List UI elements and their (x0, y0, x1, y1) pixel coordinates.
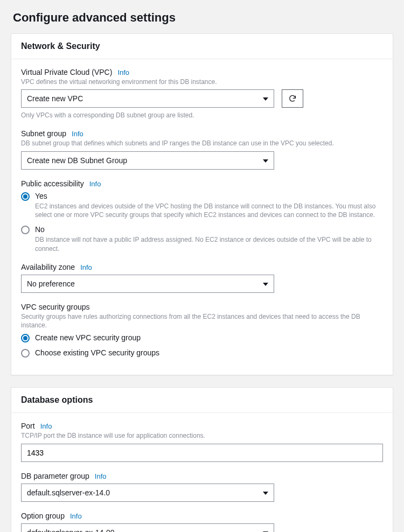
sg-choose-radio[interactable]: Choose existing VPC security groups (21, 348, 383, 358)
az-field: Availability zone Info No preference (21, 263, 383, 293)
vpc-select-value: Create new VPC (27, 94, 83, 103)
sg-create-radio[interactable]: Create new VPC security group (21, 333, 383, 342)
public-yes-desc: EC2 instances and devices outside of the… (35, 202, 383, 219)
sg-create-label: Create new VPC security group (35, 333, 383, 342)
option-select[interactable]: default:sqlserver-ex-14-00 (21, 523, 274, 532)
subnet-desc: DB subnet group that defines which subne… (21, 139, 383, 148)
sg-choose-label: Choose existing VPC security groups (35, 348, 383, 358)
public-info-link[interactable]: Info (89, 180, 101, 188)
subnet-info-link[interactable]: Info (72, 130, 83, 138)
sg-label: VPC security groups (21, 303, 90, 311)
subnet-select-value: Create new DB Subnet Group (27, 156, 127, 165)
param-label: DB parameter group (21, 472, 89, 480)
port-desc: TCP/IP port the DB instance will use for… (21, 431, 383, 440)
db-panel-header: Database options (11, 388, 393, 413)
radio-icon (21, 226, 30, 234)
port-field: Port Info TCP/IP port the DB instance wi… (21, 422, 383, 461)
port-input[interactable] (21, 444, 383, 462)
sg-desc: Security groups have rules authorizing c… (21, 312, 383, 330)
radio-icon (21, 334, 30, 342)
sg-field: VPC security groups Security groups have… (21, 303, 383, 358)
option-group-field: Option group Info default:sqlserver-ex-1… (21, 512, 383, 532)
param-info-link[interactable]: Info (95, 472, 107, 480)
page-title: Configure advanced settings (13, 11, 393, 25)
network-panel-header: Network & Security (11, 34, 393, 59)
az-label: Availability zone (21, 263, 75, 271)
public-no-radio[interactable]: No DB instance will not have a public IP… (21, 225, 383, 253)
param-group-field: DB parameter group Info default.sqlserve… (21, 472, 383, 502)
subnet-select[interactable]: Create new DB Subnet Group (21, 151, 274, 170)
port-info-link[interactable]: Info (40, 422, 52, 430)
param-select[interactable]: default.sqlserver-ex-14.0 (21, 484, 274, 502)
public-label: Public accessibility (21, 179, 84, 188)
vpc-hint: Only VPCs with a corresponding DB subnet… (21, 111, 383, 120)
az-info-link[interactable]: Info (80, 263, 92, 271)
option-select-value: default:sqlserver-ex-14-00 (27, 528, 115, 532)
refresh-icon (288, 94, 297, 103)
option-info-link[interactable]: Info (70, 512, 82, 520)
database-options-panel: Database options Port Info TCP/IP port t… (11, 387, 393, 532)
option-label: Option group (21, 512, 65, 520)
param-select-value: default.sqlserver-ex-14.0 (27, 488, 110, 497)
public-no-label: No (35, 225, 383, 234)
az-select[interactable]: No preference (21, 275, 274, 293)
public-no-desc: DB instance will not have a public IP ad… (35, 235, 383, 253)
vpc-field: Virtual Private Cloud (VPC) Info VPC def… (21, 68, 383, 120)
radio-icon (21, 349, 30, 358)
vpc-select[interactable]: Create new VPC (21, 89, 274, 108)
port-label: Port (21, 422, 35, 430)
vpc-info-link[interactable]: Info (117, 68, 129, 76)
az-select-value: No preference (27, 279, 75, 288)
vpc-refresh-button[interactable] (282, 89, 303, 108)
vpc-desc: VPC defines the virtual networking envir… (21, 78, 383, 86)
public-yes-label: Yes (35, 191, 383, 201)
public-yes-radio[interactable]: Yes EC2 instances and devices outside of… (21, 191, 383, 220)
subnet-label: Subnet group (21, 129, 66, 138)
subnet-field: Subnet group Info DB subnet group that d… (21, 129, 383, 169)
public-accessibility-field: Public accessibility Info Yes EC2 instan… (21, 179, 383, 253)
network-security-panel: Network & Security Virtual Private Cloud… (11, 33, 393, 375)
vpc-label: Virtual Private Cloud (VPC) (21, 68, 112, 76)
radio-icon (21, 192, 30, 201)
